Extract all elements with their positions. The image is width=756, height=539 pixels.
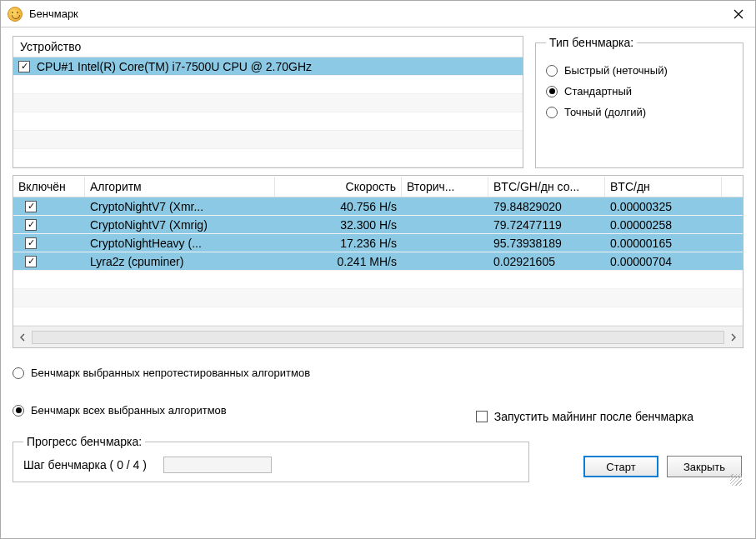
radio-icon[interactable] (546, 107, 558, 118)
algo-btc: 0.00000704 (605, 253, 722, 270)
col-speed[interactable]: Скорость (275, 177, 402, 197)
algo-speed: 17.236 H/s (275, 235, 402, 252)
col-secondary[interactable]: Вторич... (402, 177, 488, 197)
device-row-empty (13, 94, 523, 112)
scope-option[interactable]: Бенчмарк всех выбранных алгоритмов (13, 404, 476, 417)
algo-name: Lyra2z (cpuminer) (85, 253, 275, 270)
device-row-empty (13, 131, 523, 149)
algo-row[interactable]: CryptoNightV7 (Xmrig)32.300 H/s79.724771… (13, 216, 743, 234)
horizontal-scrollbar[interactable] (13, 326, 743, 347)
algo-checkbox[interactable] (25, 201, 37, 212)
algo-checkbox[interactable] (25, 237, 37, 249)
col-ratio[interactable]: BTC/GH/дн со... (488, 177, 605, 197)
device-name: CPU#1 Intel(R) Core(TM) i7-7500U CPU @ 2… (35, 60, 312, 73)
algo-row[interactable]: CryptoNightV7 (Xmr...40.756 H/s79.848290… (13, 197, 743, 216)
algo-name: CryptoNightV7 (Xmr... (85, 198, 275, 215)
window-title: Бенчмарк (29, 7, 722, 20)
col-algo[interactable]: Алгоритм (85, 177, 275, 197)
content-area: Устройство CPU#1 Intel(R) Core(TM) i7-75… (1, 27, 755, 538)
algo-ratio: 0.02921605 (488, 253, 605, 270)
scrollbar-track[interactable] (32, 331, 724, 344)
start-button[interactable]: Старт (583, 456, 658, 477)
device-row-empty (13, 112, 523, 131)
titlebar: Бенчмарк (1, 1, 755, 27)
algo-speed: 0.241 MH/s (275, 253, 402, 270)
radio-label: Быстрый (неточный) (564, 64, 668, 77)
start-mining-label: Запустить майнинг после бенчмарка (494, 410, 693, 423)
radio-label: Стандартный (564, 85, 632, 97)
algo-speed: 40.756 H/s (275, 198, 402, 215)
algo-btc: 0.00000165 (605, 235, 722, 252)
scroll-right-icon[interactable] (724, 327, 743, 347)
benchmark-type-option[interactable]: Точный (долгий) (546, 106, 733, 118)
algo-row-empty (13, 271, 743, 289)
scroll-left-icon[interactable] (13, 327, 32, 347)
algorithm-table: Включён Алгоритм Скорость Вторич... BTC/… (13, 175, 743, 348)
device-row-empty (13, 149, 523, 167)
algo-secondary (402, 223, 488, 227)
algo-table-header: Включён Алгоритм Скорость Вторич... BTC/… (13, 176, 743, 197)
device-checkbox[interactable] (18, 61, 30, 72)
radio-icon[interactable] (13, 405, 24, 417)
algo-btc: 0.00000325 (605, 198, 722, 215)
algo-row[interactable]: Lyra2z (cpuminer)0.241 MH/s0.029216050.0… (13, 252, 743, 271)
checkbox-icon[interactable] (476, 411, 488, 422)
app-icon (8, 7, 23, 22)
algo-secondary (402, 205, 488, 208)
algo-name: CryptoNightHeavy (... (85, 235, 275, 252)
col-btc[interactable]: BTC/дн (605, 177, 722, 197)
algo-name: CryptoNightV7 (Xmrig) (85, 217, 275, 233)
col-enabled[interactable]: Включён (13, 177, 85, 197)
benchmark-type-group: Тип бенчмарка: Быстрый (неточный)Стандар… (535, 36, 743, 168)
algo-ratio: 95.73938189 (488, 235, 605, 252)
algo-secondary (402, 242, 488, 245)
algo-ratio: 79.84829020 (488, 198, 605, 215)
resize-grip-icon[interactable] (730, 474, 742, 486)
benchmark-type-option[interactable]: Стандартный (546, 85, 733, 97)
scope-label: Бенчмарк выбранных непротестированных ал… (31, 367, 310, 379)
radio-label: Точный (долгий) (564, 106, 646, 118)
device-row-empty (13, 76, 523, 94)
device-header: Устройство (13, 37, 523, 57)
device-list: Устройство CPU#1 Intel(R) Core(TM) i7-75… (13, 36, 523, 168)
algo-checkbox[interactable] (25, 219, 37, 231)
progress-legend: Прогресс бенчмарка: (23, 435, 145, 448)
algo-row-empty (13, 307, 743, 326)
radio-icon[interactable] (546, 86, 558, 97)
algo-speed: 32.300 H/s (275, 217, 402, 233)
algo-row-empty (13, 289, 743, 307)
algo-row[interactable]: CryptoNightHeavy (...17.236 H/s95.739381… (13, 234, 743, 252)
algo-secondary (402, 260, 488, 263)
device-row[interactable]: CPU#1 Intel(R) Core(TM) i7-7500U CPU @ 2… (13, 57, 523, 76)
benchmark-type-option[interactable]: Быстрый (неточный) (546, 64, 733, 77)
start-mining-checkbox[interactable]: Запустить майнинг после бенчмарка (476, 410, 693, 423)
close-icon[interactable] (722, 1, 755, 27)
scope-option[interactable]: Бенчмарк выбранных непротестированных ал… (13, 367, 476, 379)
benchmark-type-legend: Тип бенчмарка: (546, 36, 637, 49)
scope-label: Бенчмарк всех выбранных алгоритмов (31, 404, 227, 417)
algo-checkbox[interactable] (25, 256, 37, 267)
algo-ratio: 79.72477119 (488, 217, 605, 233)
radio-icon[interactable] (546, 65, 558, 77)
algo-btc: 0.00000258 (605, 217, 722, 233)
radio-icon[interactable] (13, 367, 24, 379)
benchmark-window: Бенчмарк Устройство CPU#1 Intel(R) Core(… (0, 0, 756, 539)
